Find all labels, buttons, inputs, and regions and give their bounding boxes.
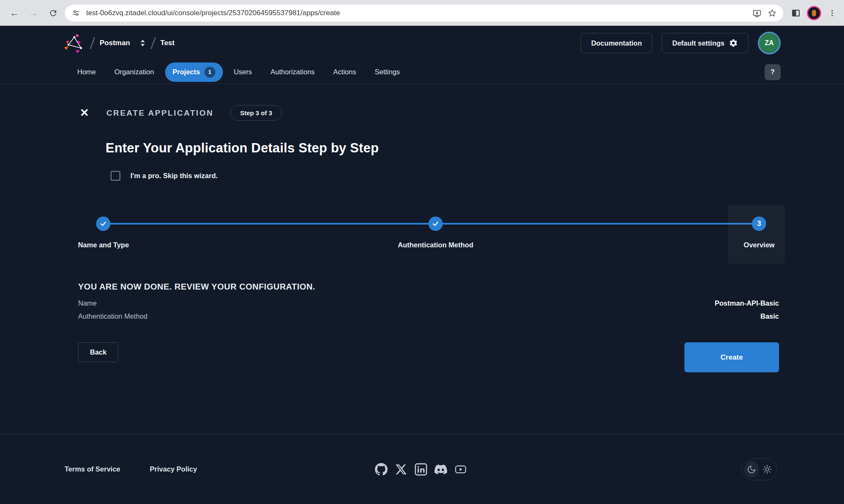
console-nav: Home Organization Projects 1 Users Autho… — [0, 60, 844, 84]
stepper-step-overview: 3 Overview — [744, 217, 774, 249]
step-done-icon — [429, 217, 443, 231]
gear-icon — [729, 38, 738, 48]
create-application-wizard: ✕ CREATE APPLICATION Step 3 of 3 Enter Y… — [0, 84, 844, 434]
review-value: Postman-API-Basic — [715, 299, 779, 307]
browser-menu-icon[interactable] — [827, 8, 837, 18]
install-app-icon[interactable] — [752, 8, 762, 18]
nav-item-settings[interactable]: Settings — [367, 64, 407, 80]
terms-of-service-link[interactable]: Terms of Service — [65, 465, 120, 473]
skip-wizard-row[interactable]: I'm a pro. Skip this wizard. — [111, 171, 779, 181]
dark-mode-moon-icon[interactable] — [744, 461, 759, 478]
nav-item-projects[interactable]: Projects 1 — [165, 62, 223, 82]
url-text[interactable]: test-0o6zvq.zitadel.cloud/ui/console/pro… — [86, 9, 747, 17]
step-indicator-pill: Step 3 of 3 — [231, 105, 282, 121]
review-row-name: Name Postman-API-Basic — [78, 299, 779, 307]
privacy-policy-link[interactable]: Privacy Policy — [150, 465, 197, 473]
review-label: Name — [78, 299, 97, 307]
stepper-step-authentication-method: Authentication Method — [398, 217, 473, 249]
browser-back-button[interactable]: ← — [7, 5, 22, 21]
nav-item-organization[interactable]: Organization — [107, 64, 162, 80]
breadcrumb-separator — [151, 37, 156, 49]
skip-wizard-label: I'm a pro. Skip this wizard. — [130, 172, 218, 180]
wizard-header: ✕ CREATE APPLICATION Step 3 of 3 — [78, 105, 779, 121]
page-title: Enter Your Application Details Step by S… — [106, 141, 779, 156]
stepper-step-name-and-type: Name and Type — [78, 217, 129, 249]
breadcrumb-separator — [90, 37, 95, 49]
step-number-badge: 3 — [752, 217, 766, 231]
side-panel-icon[interactable] — [791, 8, 801, 18]
close-icon[interactable]: ✕ — [78, 107, 91, 119]
zitadel-console: Postman Test Documentation Default setti… — [0, 26, 844, 504]
browser-toolbar: ← → test-0o6zvq.zitadel.cloud/ui/console… — [0, 0, 844, 26]
browser-controls — [787, 6, 837, 20]
nav-item-authorizations[interactable]: Authorizations — [263, 64, 323, 80]
breadcrumb: Postman Test — [63, 32, 175, 54]
wizard-stepper: Name and Type Authentication Method 3 Ov… — [78, 209, 779, 268]
default-settings-label: Default settings — [672, 39, 725, 47]
nav-projects-label: Projects — [173, 68, 200, 76]
console-header: Postman Test Documentation Default setti… — [0, 26, 844, 60]
step-done-icon — [96, 217, 111, 231]
address-bar[interactable]: test-0o6zvq.zitadel.cloud/ui/console/pro… — [65, 5, 783, 22]
browser-forward-button[interactable]: → — [26, 5, 41, 21]
wizard-actions: Back Create — [78, 342, 779, 372]
project-breadcrumb[interactable]: Test — [160, 39, 175, 47]
github-icon[interactable] — [375, 463, 388, 476]
help-button[interactable]: ? — [765, 64, 781, 80]
light-mode-sun-icon[interactable] — [760, 461, 774, 478]
user-avatar[interactable]: ZA — [758, 32, 781, 54]
social-links — [375, 463, 467, 476]
theme-toggle[interactable] — [741, 458, 777, 480]
x-twitter-icon[interactable] — [395, 463, 407, 476]
site-settings-icon[interactable] — [71, 8, 81, 18]
create-button[interactable]: Create — [684, 342, 779, 372]
bookmark-star-icon[interactable] — [767, 8, 777, 18]
header-actions: Documentation Default settings ZA — [581, 32, 781, 54]
skip-wizard-checkbox[interactable] — [111, 171, 120, 181]
projects-count-badge: 1 — [204, 67, 215, 78]
step-label: Overview — [744, 241, 774, 249]
documentation-label: Documentation — [591, 39, 642, 47]
zitadel-logo-icon[interactable] — [63, 32, 85, 54]
nav-item-actions[interactable]: Actions — [326, 64, 364, 80]
browser-profile-avatar[interactable] — [807, 6, 821, 20]
linkedin-icon[interactable] — [415, 463, 427, 476]
nav-item-home[interactable]: Home — [70, 64, 103, 80]
footer-links: Terms of Service Privacy Policy — [65, 465, 375, 473]
refresh-icon — [49, 8, 58, 18]
step-label: Name and Type — [78, 241, 129, 249]
org-selector[interactable]: Postman — [100, 39, 130, 47]
browser-refresh-button[interactable] — [46, 5, 61, 21]
back-button[interactable]: Back — [78, 342, 118, 362]
wizard-title-label: CREATE APPLICATION — [106, 108, 214, 118]
org-switch-chevrons-icon[interactable] — [139, 39, 146, 47]
configuration-review: YOU ARE NOW DONE. REVIEW YOUR CONFIGURAT… — [78, 282, 779, 320]
avatar-initials: ZA — [765, 39, 773, 47]
discord-icon[interactable] — [434, 463, 447, 476]
console-footer: Terms of Service Privacy Policy — [0, 434, 844, 504]
review-rows: Name Postman-API-Basic Authentication Me… — [78, 299, 779, 320]
review-value: Basic — [760, 312, 779, 320]
review-row-auth-method: Authentication Method Basic — [78, 312, 779, 320]
documentation-button[interactable]: Documentation — [581, 33, 652, 53]
default-settings-button[interactable]: Default settings — [662, 33, 749, 53]
review-label: Authentication Method — [78, 312, 147, 320]
nav-item-users[interactable]: Users — [226, 64, 260, 80]
review-heading: YOU ARE NOW DONE. REVIEW YOUR CONFIGURAT… — [78, 282, 779, 292]
youtube-icon[interactable] — [454, 463, 467, 476]
step-label: Authentication Method — [398, 241, 473, 249]
